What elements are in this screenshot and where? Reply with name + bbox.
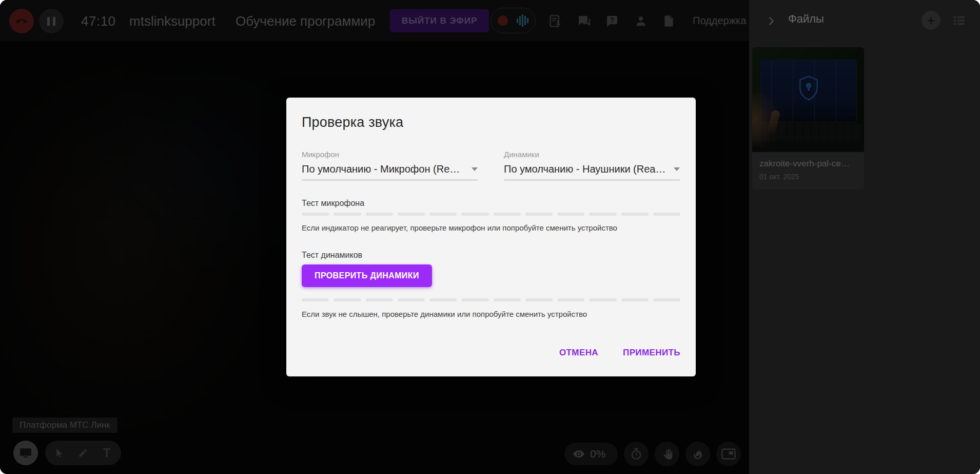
microphone-value: По умолчанию - Микрофон (Re…: [302, 163, 467, 175]
level-segment: [429, 213, 457, 216]
speaker-test-label: Тест динамиков: [302, 251, 680, 260]
level-segment: [302, 213, 329, 216]
support-link[interactable]: Поддержка: [693, 15, 746, 27]
attention-indicator[interactable]: 0%: [564, 443, 618, 465]
mic-level-meter: [302, 213, 680, 216]
participants-button[interactable]: [629, 9, 653, 33]
dropdown-arrow-icon: [472, 167, 478, 171]
app-window: 47:10 mtslinksupport Обучение программир…: [0, 0, 980, 474]
level-segment: [302, 298, 329, 301]
record-dot-icon: [498, 15, 508, 26]
chat-button[interactable]: [572, 9, 596, 33]
level-segment: [366, 298, 393, 301]
go-live-button[interactable]: ВЫЙТИ В ЭФИР: [390, 9, 489, 32]
timer-tool-button[interactable]: [624, 442, 649, 466]
session-timer: 47:10: [81, 13, 116, 29]
speaker-level-meter: [302, 298, 680, 301]
hangup-button[interactable]: [9, 9, 34, 33]
panel-title: Файлы: [788, 12, 824, 26]
level-segment: [494, 298, 521, 301]
file-thumbnail: [752, 47, 864, 152]
file-date: 01 окт. 2025: [759, 173, 857, 181]
files-button[interactable]: [657, 9, 681, 33]
reactions-button[interactable]: [685, 442, 710, 466]
pip-icon: [721, 447, 736, 461]
audio-check-dialog: Проверка звука Микрофон По умолчанию - М…: [286, 98, 696, 376]
check-speakers-button[interactable]: ПРОВЕРИТЬ ДИНАМИКИ: [302, 264, 432, 287]
level-segment: [398, 213, 425, 216]
speakers-value: По умолчанию - Наушники (Rea…: [504, 163, 670, 175]
collapse-panel-button[interactable]: [763, 13, 779, 29]
picture-in-picture-button[interactable]: [716, 442, 741, 466]
level-segment: [621, 213, 649, 216]
file-icon: [662, 14, 676, 28]
topbar: 47:10 mtslinksupport Обучение программир…: [0, 0, 749, 41]
text-tool-icon: T: [103, 446, 110, 460]
notes-mic-icon: [547, 13, 563, 29]
level-segment: [589, 298, 616, 301]
add-file-button[interactable]: +: [922, 11, 940, 30]
event-title: Обучение программир: [236, 13, 375, 29]
level-segment: [653, 213, 680, 216]
device-selects-row: Микрофон По умолчанию - Микрофон (Re… Ди…: [302, 150, 680, 180]
apply-button[interactable]: ПРИМЕНИТЬ: [623, 348, 680, 358]
text-tool-button[interactable]: T: [97, 444, 116, 462]
cursor-tool-button[interactable]: [50, 444, 69, 462]
platform-watermark: Платформа МТС Линк: [12, 418, 117, 433]
mic-test-label: Тест микрофона: [302, 199, 680, 208]
level-segment: [589, 213, 616, 216]
eye-icon: [572, 447, 585, 461]
cancel-button[interactable]: ОТМЕНА: [559, 348, 598, 358]
username: mtslinksupport: [129, 13, 215, 29]
microphone-label: Микрофон: [302, 150, 478, 159]
dropdown-arrow-icon: [674, 167, 680, 171]
dialog-actions: ОТМЕНА ПРИМЕНИТЬ: [559, 348, 680, 358]
screen-share-button[interactable]: [13, 441, 38, 465]
stopwatch-icon: [630, 447, 643, 461]
questions-button[interactable]: ?: [600, 9, 624, 33]
recording-indicator[interactable]: [491, 8, 536, 33]
level-segment: [557, 298, 584, 301]
pause-icon: [47, 17, 55, 26]
level-segment: [557, 213, 584, 216]
attention-percent: 0%: [590, 448, 605, 460]
level-segment: [525, 298, 553, 301]
file-info: zakroite-vverh-pal-ce… 01 окт. 2025: [752, 152, 864, 189]
person-icon: [634, 14, 648, 28]
level-segment: [334, 298, 361, 301]
transcript-button[interactable]: [543, 9, 567, 33]
mic-test-hint: Если индикатор не реагирует, проверьте м…: [302, 223, 680, 232]
level-segment: [621, 298, 649, 301]
level-segment: [653, 298, 680, 301]
level-segment: [398, 298, 425, 301]
chat-icon: [576, 13, 592, 29]
file-card[interactable]: zakroite-vverh-pal-ce… 01 окт. 2025: [752, 47, 864, 189]
chevron-right-icon: [766, 15, 777, 27]
fire-icon: [692, 447, 704, 461]
speakers-label: Динамики: [504, 150, 680, 159]
microphone-select[interactable]: Микрофон По умолчанию - Микрофон (Re…: [302, 150, 478, 180]
file-name: zakroite-vverh-pal-ce…: [759, 159, 857, 169]
speaker-test-hint: Если звук не слышен, проверьте динамики …: [302, 310, 680, 318]
raise-hand-button[interactable]: [655, 442, 679, 466]
question-bubble-icon: ?: [604, 13, 620, 29]
dialog-title: Проверка звука: [302, 98, 680, 130]
level-segment: [429, 298, 457, 301]
level-segment: [366, 213, 393, 216]
level-segment: [461, 298, 488, 301]
monitor-icon: [19, 446, 32, 460]
list-view-button[interactable]: [952, 14, 966, 27]
level-segment: [525, 213, 553, 216]
level-segment: [461, 213, 488, 216]
phone-down-icon: [14, 14, 29, 28]
level-segment: [494, 213, 521, 216]
speakers-select[interactable]: Динамики По умолчанию - Наушники (Rea…: [504, 150, 680, 180]
shield-lock-icon: [797, 75, 820, 102]
annotation-toolbar: T: [45, 441, 121, 465]
pencil-tool-button[interactable]: [74, 444, 92, 462]
svg-text:?: ?: [610, 16, 614, 24]
cursor-icon: [54, 448, 65, 458]
pencil-icon: [78, 448, 88, 458]
pause-button[interactable]: [39, 9, 64, 33]
list-view-icon: [952, 14, 966, 27]
